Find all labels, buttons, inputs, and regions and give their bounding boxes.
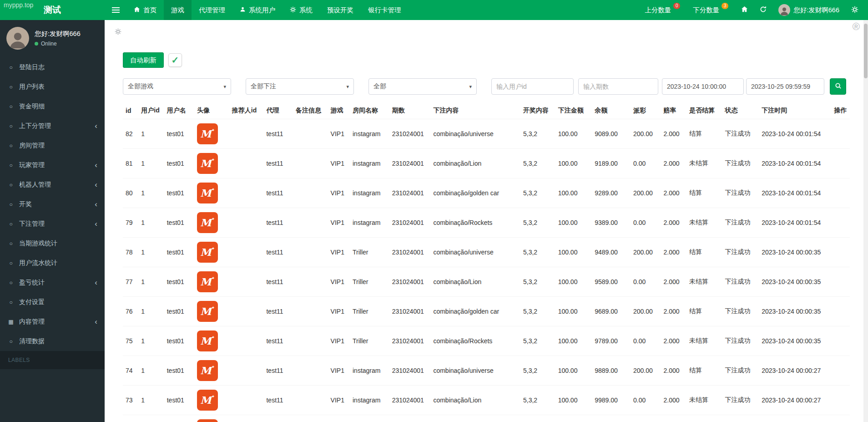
user-menu[interactable]: 您好:发财啊666: [772, 0, 845, 20]
cell-result: 5,3,2: [520, 149, 555, 178]
sidebar-item[interactable]: ▦内容管理‹: [0, 312, 105, 331]
user-id-input[interactable]: [491, 78, 574, 95]
cell-status: 下注成功: [722, 386, 759, 415]
sidebar-toggle-button[interactable]: [105, 0, 126, 20]
cell-user-id: 1: [138, 386, 164, 415]
cell-payout: 200.00: [631, 119, 661, 149]
gears-icon: [851, 6, 858, 15]
sidebar-item[interactable]: ○盈亏统计‹: [0, 273, 105, 292]
sidebar-item[interactable]: ○开奖‹: [0, 194, 105, 214]
sidebar-item[interactable]: ○登陆日志: [0, 57, 105, 77]
sidebar-item[interactable]: ○用户流水统计: [0, 253, 105, 273]
cell-game: VIP1: [328, 297, 350, 326]
settings-gear-icon[interactable]: [115, 28, 121, 37]
nav-item[interactable]: 游戏: [164, 0, 192, 20]
date-to-input[interactable]: [746, 78, 824, 95]
game-filter-select[interactable]: 全部游戏 ▾: [123, 78, 231, 95]
cell-period: 231024001: [389, 297, 431, 326]
cell-odds: 2.000: [661, 149, 686, 178]
date-from-input[interactable]: [662, 78, 744, 95]
cell-username: test01: [164, 415, 195, 422]
sidebar-item-label: 房间管理: [19, 142, 45, 150]
user-avatar-image: M✦: [197, 242, 218, 263]
auto-refresh-checkbox[interactable]: ✓: [168, 53, 182, 67]
cell-odds: 2.000: [661, 356, 686, 386]
sidebar-item[interactable]: ○支付设置: [0, 292, 105, 312]
scrollbar-thumb[interactable]: [864, 24, 868, 78]
search-button[interactable]: [830, 78, 846, 95]
sidebar-item[interactable]: ○上下分管理‹: [0, 116, 105, 136]
cell-referrer: [229, 415, 264, 422]
cell-period: 231024001: [389, 267, 431, 297]
cell-result: 5,3,2: [520, 356, 555, 386]
cell-agent: test11: [263, 178, 293, 208]
cell-room: instagram: [350, 149, 389, 178]
cell-agent: test11: [263, 149, 293, 178]
cell-balance: 9289.00: [592, 178, 631, 208]
user-avatar-image: M✦: [197, 419, 218, 422]
cell-action: [831, 386, 850, 415]
status-filter-select[interactable]: 全部 ▾: [368, 78, 477, 95]
down-score-link[interactable]: 下分数量 3: [687, 0, 735, 20]
sidebar-item[interactable]: ○下注管理‹: [0, 214, 105, 234]
cell-result: 5,3,2: [520, 297, 555, 326]
sidebar-item[interactable]: ○玩家管理‹: [0, 155, 105, 175]
main-content: ® 自动刷新 ✓ 全部游戏 ▾ 全部下注 ▾ 全部 ▾: [105, 20, 868, 422]
cell-result: 5,3,2: [520, 415, 555, 422]
cell-user-id: 1: [138, 356, 164, 386]
table-row: 731test01M✦test11VIP1instagram231024001c…: [123, 386, 850, 415]
bet-filter-select[interactable]: 全部下注 ▾: [246, 78, 354, 95]
cell-result: 5,3,2: [520, 326, 555, 356]
cell-avatar: M✦: [194, 178, 229, 208]
nav-item[interactable]: 首页: [126, 0, 164, 20]
cell-user-id: 1: [138, 415, 164, 422]
nav-item[interactable]: 系统: [283, 0, 320, 20]
brand-logo[interactable]: 测试: [0, 0, 105, 20]
cell-settle: 未结算: [686, 267, 722, 297]
circle-icon: ○: [7, 142, 15, 149]
sidebar-item[interactable]: ○资金明细: [0, 97, 105, 116]
cell-room: instagram: [350, 356, 389, 386]
home-shortcut-button[interactable]: [735, 0, 754, 20]
cell-user-id: 1: [138, 326, 164, 356]
cell-agent: test11: [263, 238, 293, 267]
vertical-scrollbar[interactable]: [863, 20, 868, 422]
sidebar-user-panel: 您好:发财啊666 Online: [0, 20, 105, 56]
filter-row: 全部游戏 ▾ 全部下注 ▾ 全部 ▾: [123, 78, 868, 95]
cell-bet: combinação/Rockets: [430, 326, 520, 356]
cell-room: instagram: [350, 386, 389, 415]
cell-status: 下注成功: [722, 297, 759, 326]
cell-username: test01: [164, 238, 195, 267]
nav-item[interactable]: 预设开奖: [320, 0, 361, 20]
cell-settle: 未结算: [686, 149, 722, 178]
cell-payout: 200.00: [631, 238, 661, 267]
period-input[interactable]: [578, 78, 658, 95]
settings-button[interactable]: [845, 0, 864, 20]
cell-bet: combinação/universe: [430, 238, 520, 267]
column-header: 状态: [722, 102, 759, 119]
nav-item[interactable]: 银行卡管理: [361, 0, 409, 20]
column-header: 赔率: [661, 102, 686, 119]
page: myppp.top 测试 首页游戏代理管理系统用户系统预设开奖银行卡管理 上分数…: [0, 0, 868, 422]
auto-refresh-button[interactable]: 自动刷新: [123, 52, 164, 68]
sidebar-item[interactable]: ○当期游戏统计: [0, 234, 105, 253]
sidebar-item[interactable]: ○机器人管理‹: [0, 175, 105, 194]
sidebar-item[interactable]: ○房间管理: [0, 136, 105, 155]
cell-agent: test11: [263, 415, 293, 422]
sidebar-item[interactable]: ○清理数据: [0, 331, 105, 351]
refresh-button[interactable]: [754, 0, 772, 20]
nav-item[interactable]: 系统用户: [232, 0, 283, 20]
cell-agent: test11: [263, 386, 293, 415]
table-row: 801test01M✦test11VIP1instagram231024001c…: [123, 178, 850, 208]
circle-icon: ○: [7, 280, 15, 286]
up-score-link[interactable]: 上分数量 0: [639, 0, 687, 20]
nav-item-label: 预设开奖: [327, 6, 353, 15]
cell-room: instagram: [350, 208, 389, 238]
circle-icon: ○: [7, 201, 15, 208]
sidebar-labels-header: LABELS: [0, 351, 105, 369]
sidebar-item[interactable]: ○用户列表: [0, 77, 105, 97]
cell-odds: 2.000: [661, 208, 686, 238]
nav-item[interactable]: 代理管理: [192, 0, 232, 20]
chevron-left-icon: ‹: [95, 279, 97, 286]
cell-avatar: M✦: [194, 326, 229, 356]
